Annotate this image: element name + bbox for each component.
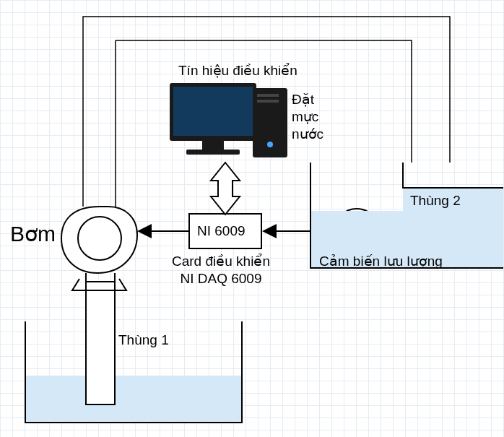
svg-rect-12: [186, 150, 240, 155]
svg-rect-11: [202, 141, 224, 150]
label-tank1: Thùng 1: [118, 332, 169, 349]
svg-point-8: [267, 142, 273, 147]
label-ni6009: NI 6009: [197, 222, 246, 240]
svg-rect-7: [257, 100, 279, 103]
pump-icon: [61, 207, 137, 290]
svg-rect-6: [257, 94, 279, 97]
pump-suction-pipe: [86, 282, 115, 404]
label-tank2: Thùng 2: [410, 192, 461, 209]
computer-icon: [170, 83, 287, 157]
svg-rect-0: [25, 376, 242, 423]
label-flow-sensor: Cảm biến lưu lượng: [319, 253, 443, 270]
label-setpoint: Đặt mực nước: [292, 91, 331, 142]
label-card-daq: Card điều khiển NI DAQ 6009: [172, 253, 270, 287]
label-control-signal: Tín hiệu điều khiển: [178, 62, 297, 79]
svg-point-1: [78, 217, 121, 260]
svg-rect-10: [173, 87, 253, 136]
double-arrow-icon: [211, 163, 240, 215]
diagram-canvas: Bơm NI 6009 Card điều khiển NI DAQ 6009 …: [0, 0, 504, 437]
label-pump: Bơm: [10, 220, 56, 248]
